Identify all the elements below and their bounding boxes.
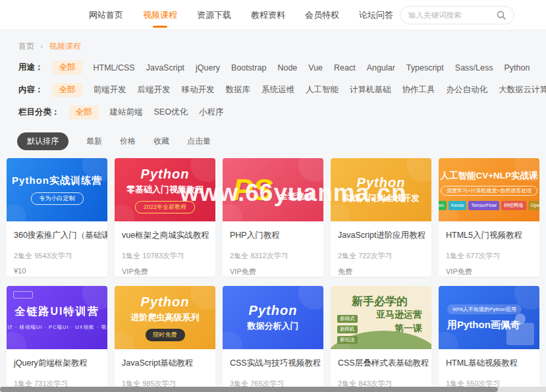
filter-panel: 用途： 全部 HTML/CSS JavaScript jQuery Bootst… bbox=[18, 61, 546, 119]
filter-option[interactable]: React bbox=[334, 63, 356, 72]
course-card[interactable]: PS 全套速成 PHP入门教程 2集全 8312次学习 VIP免费 bbox=[223, 158, 323, 277]
course-thumbnail: 新手必学的 亚马逊运营 第一课 新模式 新商机 新玩法 bbox=[331, 286, 431, 349]
course-grid: Python实战训练营 专为小白定制 360搜索推广入门（基础课） 2集全 95… bbox=[7, 158, 539, 392]
course-title: HTML5入门视频教程 bbox=[439, 221, 539, 241]
course-thumbnail: 90%人不知道的Python应用 用Python画佩奇 bbox=[439, 286, 539, 349]
thumb-text: Python实战训练营 bbox=[12, 175, 102, 187]
thumb-text: 亚马逊运营 bbox=[376, 309, 422, 321]
nav-item-tutorial-material[interactable]: 教程资料 bbox=[251, 9, 285, 21]
thumb-text: 新手必学的 bbox=[352, 294, 408, 309]
sort-option-default[interactable]: 默认排序 bbox=[17, 132, 68, 150]
filter-option[interactable]: 移动开发 bbox=[182, 84, 215, 96]
course-thumbnail: Python 数据分析入门 bbox=[223, 286, 323, 349]
sort-option-favorites[interactable]: 收藏 bbox=[153, 136, 169, 147]
filter-option-all[interactable]: 全部 bbox=[53, 61, 82, 74]
course-card[interactable]: 人工智能CV+NLP实战课 深度学习+计算机视觉+自然语言处理 Python K… bbox=[439, 158, 539, 277]
course-title: PHP入门教程 bbox=[223, 221, 323, 241]
course-title: 360搜索推广入门（基础课） bbox=[7, 221, 107, 241]
thumb-tag: 神经网络 bbox=[501, 201, 526, 210]
filter-option[interactable]: Python bbox=[504, 63, 530, 72]
course-card[interactable]: 新手必学的 亚马逊运营 第一课 新模式 新商机 新玩法 CSS层叠样式表基础教程… bbox=[331, 286, 431, 392]
filter-label: 用途： bbox=[18, 62, 43, 73]
thumb-tag: Keras bbox=[449, 201, 467, 210]
filter-option[interactable]: Bootstrap bbox=[231, 63, 267, 72]
horizontal-scrollbar[interactable] bbox=[0, 387, 546, 392]
filter-option-all[interactable]: 全部 bbox=[53, 83, 82, 97]
course-card[interactable]: Python 实战入门到全栈开发 JavaScript进阶应用教程 2集全 72… bbox=[331, 158, 431, 277]
filter-option-all[interactable]: 全部 bbox=[69, 105, 99, 119]
thumb-text: 人工智能CV+NLP实战课 bbox=[440, 170, 537, 182]
sort-option-newest[interactable]: 最新 bbox=[86, 136, 102, 147]
filter-option[interactable]: SEO优化 bbox=[154, 107, 188, 118]
filter-option[interactable]: HTML/CSS bbox=[94, 63, 135, 72]
thumb-text: PS bbox=[232, 175, 273, 205]
nav-item-member-privilege[interactable]: 会员特权 bbox=[305, 9, 339, 21]
thumb-text: Python bbox=[141, 294, 190, 310]
search-input[interactable] bbox=[408, 11, 497, 19]
filter-option[interactable]: 建站前端 bbox=[110, 107, 143, 118]
filter-option[interactable]: Angular bbox=[367, 63, 395, 72]
thumb-text: 数据分析入门 bbox=[248, 320, 299, 332]
course-price: VIP免费 bbox=[223, 261, 323, 277]
nav-item-video-courses[interactable]: 视频课程 bbox=[143, 9, 177, 21]
thumb-text: Python bbox=[357, 175, 406, 190]
nav-item-home[interactable]: 网站首页 bbox=[89, 9, 123, 21]
thumb-tag: 新模式 bbox=[337, 315, 358, 323]
thumb-badge: 专为小白定制 bbox=[31, 192, 84, 205]
course-meta: 2集全 8312次学习 bbox=[223, 241, 323, 261]
filter-option[interactable]: 小程序 bbox=[199, 107, 224, 118]
filter-option[interactable]: 人工智能 bbox=[306, 84, 339, 96]
course-title: vue框架之商城实战教程 bbox=[115, 221, 215, 241]
filter-option[interactable]: 数据库 bbox=[226, 84, 251, 96]
sort-option-clicks[interactable]: 点击量 bbox=[187, 136, 211, 147]
course-card[interactable]: Python实战训练营 专为小白定制 360搜索推广入门（基础课） 2集全 95… bbox=[7, 158, 107, 277]
course-thumbnail: 人工智能CV+NLP实战课 深度学习+计算机视觉+自然语言处理 Python K… bbox=[439, 158, 539, 221]
filter-option[interactable]: Node bbox=[277, 63, 297, 72]
course-thumbnail: Python实战训练营 专为小白定制 bbox=[7, 158, 107, 221]
top-navbar: 网站首页 视频课程 资源下载 教程资料 会员特权 论坛问答 bbox=[0, 0, 546, 30]
course-meta: 2集全 722次学习 bbox=[331, 241, 431, 261]
filter-option[interactable]: 大数据云计算 bbox=[499, 84, 546, 96]
filter-option[interactable]: 前端开发 bbox=[94, 84, 126, 96]
search-icon[interactable] bbox=[497, 11, 506, 20]
filter-option[interactable]: Vue bbox=[308, 63, 323, 72]
filter-option[interactable]: 办公自动化 bbox=[447, 84, 488, 96]
search-box[interactable] bbox=[400, 6, 514, 24]
course-card[interactable]: 全链路UI特训营 视觉设计 · 移动端UI · PC端UI · UX动效 · 项… bbox=[7, 286, 107, 392]
filter-option[interactable]: jQuery bbox=[196, 63, 220, 72]
thumb-text: Python bbox=[141, 167, 190, 182]
course-thumbnail: Python 实战入门到全栈开发 bbox=[331, 158, 431, 221]
course-card[interactable]: Python 进阶爬虫高级系列 限时免费 JavaScript基础教程 1集全 … bbox=[115, 286, 215, 392]
nav-item-forum-qa[interactable]: 论坛问答 bbox=[359, 9, 393, 21]
filter-option[interactable]: Sass/Less bbox=[455, 63, 493, 72]
filter-option[interactable]: JavaScript bbox=[146, 63, 184, 72]
course-title: HTML基础视频教程 bbox=[439, 349, 539, 369]
filter-option[interactable]: 协作工具 bbox=[402, 84, 435, 96]
breadcrumb-home[interactable]: 首页 bbox=[18, 42, 34, 51]
thumb-text: 实战入门到全栈开发 bbox=[342, 192, 420, 204]
course-card[interactable]: 90%人不知道的Python应用 用Python画佩奇 HTML基础视频教程 1… bbox=[439, 286, 539, 392]
course-meta: 1集全 731次学习 bbox=[7, 369, 107, 389]
course-card[interactable]: Python 数据分析入门 CSS实战与技巧视频教程 3集全 765次学习 bbox=[223, 286, 323, 392]
thumb-badge: 限时免费 bbox=[146, 329, 185, 341]
thumb-text: 进阶爬虫高级系列 bbox=[131, 312, 200, 323]
filter-label: 内容： bbox=[18, 84, 43, 96]
sort-option-price[interactable]: 价格 bbox=[120, 136, 136, 147]
filter-option[interactable]: 计算机基础 bbox=[350, 84, 391, 96]
horizontal-scrollbar-thumb[interactable] bbox=[0, 387, 498, 392]
filter-row-content: 内容： 全部 前端开发 后端开发 移动开发 数据库 系统运维 人工智能 计算机基… bbox=[18, 83, 546, 97]
thumb-tags: Python Keras TensorFlow 神经网络 OpenCV bbox=[439, 201, 539, 210]
thumb-decoration bbox=[13, 291, 33, 298]
thumb-subtitle: 90%人不知道的Python应用 bbox=[447, 304, 522, 314]
course-thumbnail: Python 进阶爬虫高级系列 限时免费 bbox=[115, 286, 215, 349]
filter-option[interactable]: 系统运维 bbox=[261, 84, 294, 96]
course-price: ¥10 bbox=[7, 261, 107, 275]
course-meta: 1集全 677次学习 bbox=[439, 241, 539, 261]
thumb-subtitle: 深度学习+计算机视觉+自然语言处理 bbox=[441, 186, 537, 196]
thumb-text: 全链路UI特训营 bbox=[15, 305, 99, 319]
nav-item-resource-download[interactable]: 资源下载 bbox=[197, 9, 231, 21]
course-card[interactable]: Python 零基础入门视频教程 2022年全新教程 vue框架之商城实战教程 … bbox=[115, 158, 215, 277]
filter-option[interactable]: 后端开发 bbox=[138, 84, 171, 96]
course-meta: 1集全 550次学习 bbox=[439, 369, 539, 389]
filter-option[interactable]: Typescript bbox=[406, 63, 444, 72]
